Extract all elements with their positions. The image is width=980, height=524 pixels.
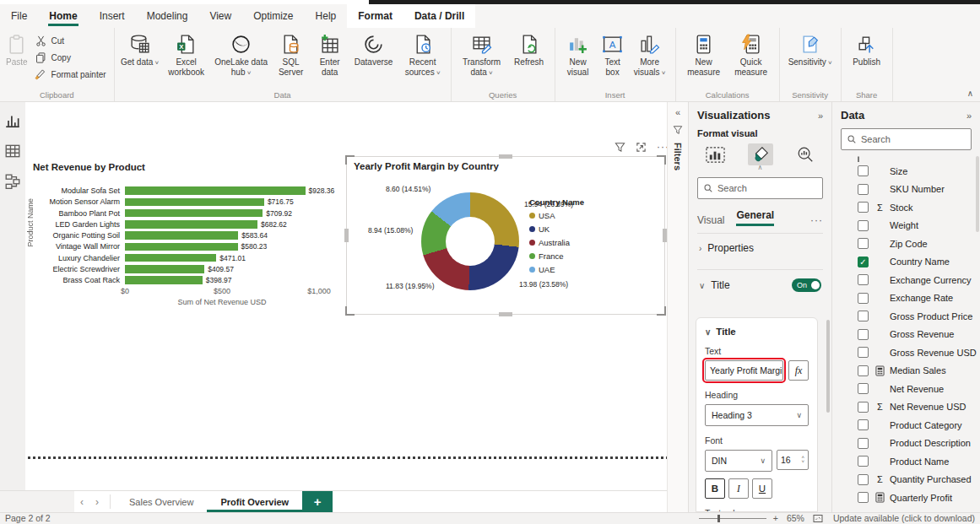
field-row-weight[interactable]: Weight bbox=[841, 217, 977, 235]
expand-pane-icon[interactable]: « bbox=[675, 107, 680, 117]
resize-handle-bottom-left[interactable] bbox=[345, 306, 355, 316]
ribbon-button-new-measure[interactable]: New measure bbox=[681, 32, 727, 79]
bar-row-bamboo-plant-pot[interactable]: Bamboo Plant Pot$709.92 bbox=[33, 208, 337, 219]
filter-icon[interactable] bbox=[615, 142, 625, 153]
checkbox[interactable] bbox=[858, 238, 869, 249]
properties-section-header[interactable]: › Properties bbox=[697, 234, 823, 262]
update-available-link[interactable]: Update available (click to download) bbox=[833, 513, 975, 524]
field-row-quarterly-profit[interactable]: Quarterly Profit bbox=[841, 489, 977, 507]
ribbon-button-sensitivity[interactable]: Sensitivity ˅ bbox=[785, 32, 836, 69]
bar-fill[interactable] bbox=[125, 231, 238, 240]
bar-row-organic-potting-soil[interactable]: Organic Potting Soil$583.64 bbox=[33, 230, 337, 240]
bar-row-vintage-wall-mirror[interactable]: Vintage Wall Mirror$580.23 bbox=[33, 241, 337, 251]
ribbon-button-transform-data[interactable]: Transform data ˅ bbox=[457, 32, 507, 79]
resize-handle-bottom-right[interactable] bbox=[657, 306, 666, 316]
field-row-exchange-currency[interactable]: Exchange Currency bbox=[841, 271, 977, 289]
bar-row-led-garden-lights[interactable]: LED Garden Lights$682.62 bbox=[33, 219, 337, 230]
ribbon-button-dataverse[interactable]: Dataverse bbox=[349, 32, 398, 69]
zoom-level[interactable]: 65% bbox=[787, 513, 804, 524]
spinner-arrows-icon[interactable]: ˄˅ bbox=[801, 456, 804, 464]
previous-page-icon[interactable]: ‹ bbox=[74, 491, 89, 512]
field-row-median-sales[interactable]: Median Sales bbox=[841, 362, 977, 381]
ribbon-button-excel-workbook[interactable]: XExcel workbook bbox=[162, 32, 211, 79]
bar-row-motion-sensor-alarm[interactable]: Motion Sensor Alarm$716.75 bbox=[33, 197, 337, 207]
font-size-spinner[interactable]: 16 ˄˅ bbox=[777, 450, 809, 470]
tab-insert[interactable]: Insert bbox=[89, 4, 136, 28]
underline-button[interactable]: U bbox=[752, 478, 772, 499]
tab-home[interactable]: Home bbox=[38, 4, 88, 28]
field-row-sku-number[interactable]: SKU Number bbox=[841, 181, 977, 199]
field-row-net-revenue-usd[interactable]: ΣNet Revenue USD bbox=[841, 398, 977, 417]
field-row-product-name[interactable]: Product Name bbox=[841, 452, 977, 471]
add-page-button[interactable]: + bbox=[302, 491, 333, 512]
legend-item-uk[interactable]: UK bbox=[529, 224, 584, 234]
bar-fill[interactable] bbox=[125, 209, 263, 218]
field-row-gross-revenue-usd[interactable]: Gross Revenue USD bbox=[841, 343, 977, 362]
zoom-in-icon[interactable]: + bbox=[773, 513, 778, 524]
checkbox[interactable] bbox=[858, 492, 869, 503]
legend-item-france[interactable]: France bbox=[529, 251, 584, 261]
rail-table-view[interactable] bbox=[4, 143, 21, 159]
ribbon-button-quick-measure[interactable]: Quick measure bbox=[728, 32, 774, 79]
ribbon-button-enter-data[interactable]: Enter data bbox=[312, 32, 348, 79]
ribbon-button-sql-server[interactable]: SQL Server bbox=[272, 32, 311, 79]
title-section-header[interactable]: ∨ Title On bbox=[697, 270, 823, 300]
ribbon-button-new-visual[interactable]: New visual bbox=[560, 32, 596, 79]
visualizations-search-input[interactable]: Search bbox=[697, 177, 823, 199]
title-text-input[interactable]: Yearly Profit Margin bbox=[705, 360, 783, 381]
checkbox[interactable] bbox=[858, 220, 869, 231]
legend-item-uae[interactable]: UAE bbox=[529, 265, 584, 274]
tab-general[interactable]: General bbox=[736, 209, 774, 226]
field-row-country-name[interactable]: ✓Country Name bbox=[841, 253, 977, 272]
filters-pane-collapsed[interactable]: « Filters bbox=[667, 102, 688, 512]
tab-optimize[interactable]: Optimize bbox=[242, 4, 304, 28]
ribbon-button-text-box[interactable]: AText box bbox=[598, 32, 628, 79]
collapse-panel-icon[interactable]: » bbox=[966, 111, 972, 121]
checkbox[interactable] bbox=[858, 365, 869, 376]
checkbox[interactable] bbox=[858, 311, 869, 321]
rail-model-view[interactable] bbox=[4, 173, 21, 190]
bar-fill[interactable] bbox=[125, 186, 306, 195]
tab-visual[interactable]: Visual bbox=[697, 214, 724, 226]
page-tab-sales-overview[interactable]: Sales Overview bbox=[116, 491, 207, 512]
zoom-slider[interactable] bbox=[699, 518, 766, 519]
resize-handle-top-right[interactable] bbox=[657, 155, 666, 165]
checkbox[interactable] bbox=[858, 438, 869, 449]
checkbox[interactable] bbox=[858, 474, 869, 485]
bar-row-electric-screwdriver[interactable]: Electric Screwdriver$409.57 bbox=[33, 264, 337, 274]
field-row-net-revenue[interactable]: Net Revenue bbox=[841, 380, 977, 398]
ribbon-button-get-data[interactable]: Get data ˅ bbox=[120, 32, 160, 69]
bar-row-brass-coat-rack[interactable]: Brass Coat Rack$398.97 bbox=[33, 275, 337, 285]
donut-chart-visual[interactable]: Yearly Profit Margin by Country 15.94 (2… bbox=[346, 156, 665, 315]
checkbox[interactable] bbox=[858, 184, 869, 195]
field-row-gross-product-price[interactable]: Gross Product Price bbox=[841, 307, 977, 326]
checkbox[interactable] bbox=[858, 202, 869, 213]
format-visual-icon[interactable] bbox=[748, 143, 773, 165]
rail-report-view-active[interactable] bbox=[4, 112, 21, 129]
fx-conditional-format-button[interactable]: fx bbox=[788, 360, 809, 381]
bar-row-luxury-chandelier[interactable]: Luxury Chandelier$471.01 bbox=[33, 253, 337, 263]
checkbox[interactable] bbox=[858, 165, 869, 176]
build-visual-icon[interactable] bbox=[702, 143, 728, 165]
collapse-panel-icon[interactable]: » bbox=[818, 111, 823, 121]
bar-chart-visual[interactable]: Net Revenue by Product Product Name Modu… bbox=[30, 160, 349, 314]
checkbox[interactable] bbox=[858, 456, 869, 467]
field-row-exchange-rate[interactable]: Exchange Rate bbox=[841, 289, 977, 308]
checkbox[interactable] bbox=[858, 383, 869, 394]
title-toggle-on[interactable]: On bbox=[792, 278, 821, 292]
ribbon-button-paste[interactable]: Paste bbox=[5, 32, 29, 69]
tab-more-icon[interactable]: ··· bbox=[810, 214, 823, 226]
resize-handle-top[interactable] bbox=[499, 154, 512, 159]
tab-modeling[interactable]: Modeling bbox=[136, 4, 199, 28]
focus-mode-icon[interactable] bbox=[636, 142, 647, 153]
bar-fill[interactable] bbox=[125, 265, 204, 273]
field-row-zip-code[interactable]: Zip Code bbox=[841, 235, 977, 253]
ribbon-button-cut[interactable]: Cut bbox=[32, 33, 109, 49]
bold-button[interactable]: B bbox=[705, 478, 725, 499]
bar-fill[interactable] bbox=[125, 276, 203, 284]
bar-fill[interactable] bbox=[125, 198, 264, 207]
field-row-product-category[interactable]: Product Category bbox=[841, 416, 977, 435]
panel-scrollbar[interactable] bbox=[826, 320, 830, 413]
tab-format[interactable]: Format bbox=[347, 4, 403, 28]
checkbox[interactable] bbox=[858, 402, 869, 413]
